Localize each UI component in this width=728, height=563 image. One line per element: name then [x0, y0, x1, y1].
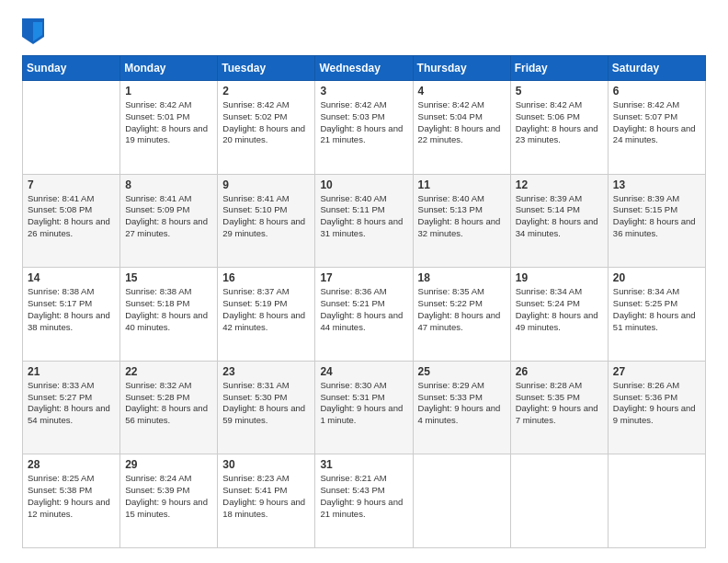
calendar-cell: 7Sunrise: 8:41 AMSunset: 5:08 PMDaylight… [23, 174, 120, 268]
day-number: 9 [222, 178, 310, 191]
calendar-cell: 11Sunrise: 8:40 AMSunset: 5:13 PMDayligh… [413, 174, 510, 268]
cell-content: Sunrise: 8:36 AMSunset: 5:21 PMDaylight:… [320, 286, 407, 333]
calendar-cell: 6Sunrise: 8:42 AMSunset: 5:07 PMDaylight… [608, 81, 705, 175]
calendar-cell: 18Sunrise: 8:35 AMSunset: 5:22 PMDayligh… [413, 268, 510, 362]
day-number: 31 [320, 458, 407, 471]
cell-content: Sunrise: 8:32 AMSunset: 5:28 PMDaylight:… [125, 380, 212, 427]
calendar-cell: 5Sunrise: 8:42 AMSunset: 5:06 PMDaylight… [510, 81, 608, 175]
cell-content: Sunrise: 8:39 AMSunset: 5:14 PMDaylight:… [516, 193, 603, 240]
calendar-cell [23, 81, 120, 175]
weekday-header: Thursday [413, 56, 510, 81]
cell-content: Sunrise: 8:41 AMSunset: 5:08 PMDaylight:… [28, 193, 115, 240]
page: SundayMondayTuesdayWednesdayThursdayFrid… [0, 0, 728, 563]
day-number: 12 [516, 178, 603, 191]
cell-content: Sunrise: 8:35 AMSunset: 5:22 PMDaylight:… [418, 286, 506, 333]
cell-content: Sunrise: 8:24 AMSunset: 5:39 PMDaylight:… [125, 473, 212, 520]
cell-content: Sunrise: 8:41 AMSunset: 5:10 PMDaylight:… [222, 193, 310, 240]
day-number: 15 [125, 271, 212, 284]
calendar-cell: 9Sunrise: 8:41 AMSunset: 5:10 PMDaylight… [218, 174, 315, 268]
day-number: 25 [418, 365, 506, 378]
calendar-cell: 23Sunrise: 8:31 AMSunset: 5:30 PMDayligh… [218, 361, 315, 454]
cell-content: Sunrise: 8:42 AMSunset: 5:04 PMDaylight:… [418, 99, 506, 146]
weekday-header: Wednesday [315, 56, 413, 81]
calendar-cell: 10Sunrise: 8:40 AMSunset: 5:11 PMDayligh… [315, 174, 413, 268]
day-number: 29 [125, 458, 212, 471]
calendar-cell: 4Sunrise: 8:42 AMSunset: 5:04 PMDaylight… [413, 81, 510, 175]
cell-content: Sunrise: 8:41 AMSunset: 5:09 PMDaylight:… [125, 193, 212, 240]
weekday-header: Saturday [608, 56, 705, 81]
cell-content: Sunrise: 8:30 AMSunset: 5:31 PMDaylight:… [320, 380, 407, 427]
calendar-cell: 17Sunrise: 8:36 AMSunset: 5:21 PMDayligh… [315, 268, 413, 362]
cell-content: Sunrise: 8:39 AMSunset: 5:15 PMDaylight:… [613, 193, 700, 240]
day-number: 19 [516, 271, 603, 284]
day-number: 18 [418, 271, 506, 284]
day-number: 14 [28, 271, 115, 284]
cell-content: Sunrise: 8:42 AMSunset: 5:02 PMDaylight:… [222, 99, 310, 146]
day-number: 11 [418, 178, 506, 191]
cell-content: Sunrise: 8:42 AMSunset: 5:07 PMDaylight:… [613, 99, 700, 146]
day-number: 16 [222, 271, 310, 284]
calendar-week: 21Sunrise: 8:33 AMSunset: 5:27 PMDayligh… [23, 361, 706, 454]
calendar-cell: 27Sunrise: 8:26 AMSunset: 5:36 PMDayligh… [608, 361, 705, 454]
calendar-cell: 24Sunrise: 8:30 AMSunset: 5:31 PMDayligh… [315, 361, 413, 454]
day-number: 23 [222, 365, 310, 378]
day-number: 1 [125, 85, 212, 98]
calendar-cell: 25Sunrise: 8:29 AMSunset: 5:33 PMDayligh… [413, 361, 510, 454]
day-number: 3 [320, 85, 407, 98]
calendar-cell: 12Sunrise: 8:39 AMSunset: 5:14 PMDayligh… [510, 174, 608, 268]
calendar-cell: 3Sunrise: 8:42 AMSunset: 5:03 PMDaylight… [315, 81, 413, 175]
cell-content: Sunrise: 8:23 AMSunset: 5:41 PMDaylight:… [222, 473, 310, 520]
day-number: 13 [613, 178, 700, 191]
calendar-cell: 13Sunrise: 8:39 AMSunset: 5:15 PMDayligh… [608, 174, 705, 268]
cell-content: Sunrise: 8:37 AMSunset: 5:19 PMDaylight:… [222, 286, 310, 333]
day-number: 17 [320, 271, 407, 284]
calendar-cell: 22Sunrise: 8:32 AMSunset: 5:28 PMDayligh… [120, 361, 218, 454]
calendar-cell: 1Sunrise: 8:42 AMSunset: 5:01 PMDaylight… [120, 81, 218, 175]
day-number: 6 [613, 85, 700, 98]
day-number: 5 [516, 85, 603, 98]
cell-content: Sunrise: 8:34 AMSunset: 5:25 PMDaylight:… [613, 286, 700, 333]
cell-content: Sunrise: 8:38 AMSunset: 5:17 PMDaylight:… [28, 286, 115, 333]
weekday-header: Monday [120, 56, 218, 81]
calendar-cell: 2Sunrise: 8:42 AMSunset: 5:02 PMDaylight… [218, 81, 315, 175]
cell-content: Sunrise: 8:29 AMSunset: 5:33 PMDaylight:… [418, 380, 506, 427]
calendar-week: 28Sunrise: 8:25 AMSunset: 5:38 PMDayligh… [23, 454, 706, 548]
cell-content: Sunrise: 8:33 AMSunset: 5:27 PMDaylight:… [28, 380, 115, 427]
logo [22, 18, 48, 44]
calendar-cell: 20Sunrise: 8:34 AMSunset: 5:25 PMDayligh… [608, 268, 705, 362]
day-number: 28 [28, 458, 115, 471]
calendar-cell: 14Sunrise: 8:38 AMSunset: 5:17 PMDayligh… [23, 268, 120, 362]
day-number: 7 [28, 178, 115, 191]
day-number: 21 [28, 365, 115, 378]
calendar-table: SundayMondayTuesdayWednesdayThursdayFrid… [22, 55, 706, 548]
day-number: 2 [222, 85, 310, 98]
day-number: 4 [418, 85, 506, 98]
cell-content: Sunrise: 8:42 AMSunset: 5:01 PMDaylight:… [125, 99, 212, 146]
calendar-cell: 15Sunrise: 8:38 AMSunset: 5:18 PMDayligh… [120, 268, 218, 362]
calendar-cell: 30Sunrise: 8:23 AMSunset: 5:41 PMDayligh… [218, 454, 315, 548]
cell-content: Sunrise: 8:26 AMSunset: 5:36 PMDaylight:… [613, 380, 700, 427]
calendar-cell: 29Sunrise: 8:24 AMSunset: 5:39 PMDayligh… [120, 454, 218, 548]
calendar-cell [510, 454, 608, 548]
cell-content: Sunrise: 8:42 AMSunset: 5:03 PMDaylight:… [320, 99, 407, 146]
calendar-cell: 19Sunrise: 8:34 AMSunset: 5:24 PMDayligh… [510, 268, 608, 362]
calendar-cell: 21Sunrise: 8:33 AMSunset: 5:27 PMDayligh… [23, 361, 120, 454]
day-number: 27 [613, 365, 700, 378]
day-number: 8 [125, 178, 212, 191]
calendar-week: 7Sunrise: 8:41 AMSunset: 5:08 PMDaylight… [23, 174, 706, 268]
calendar-cell [608, 454, 705, 548]
calendar-cell: 28Sunrise: 8:25 AMSunset: 5:38 PMDayligh… [23, 454, 120, 548]
day-number: 22 [125, 365, 212, 378]
calendar-cell: 16Sunrise: 8:37 AMSunset: 5:19 PMDayligh… [218, 268, 315, 362]
calendar-week: 1Sunrise: 8:42 AMSunset: 5:01 PMDaylight… [23, 81, 706, 175]
cell-content: Sunrise: 8:28 AMSunset: 5:35 PMDaylight:… [516, 380, 603, 427]
day-number: 30 [222, 458, 310, 471]
calendar-cell: 31Sunrise: 8:21 AMSunset: 5:43 PMDayligh… [315, 454, 413, 548]
header-row: SundayMondayTuesdayWednesdayThursdayFrid… [23, 56, 706, 81]
calendar-cell: 8Sunrise: 8:41 AMSunset: 5:09 PMDaylight… [120, 174, 218, 268]
day-number: 26 [516, 365, 603, 378]
day-number: 24 [320, 365, 407, 378]
calendar-week: 14Sunrise: 8:38 AMSunset: 5:17 PMDayligh… [23, 268, 706, 362]
calendar-cell: 26Sunrise: 8:28 AMSunset: 5:35 PMDayligh… [510, 361, 608, 454]
cell-content: Sunrise: 8:42 AMSunset: 5:06 PMDaylight:… [516, 99, 603, 146]
